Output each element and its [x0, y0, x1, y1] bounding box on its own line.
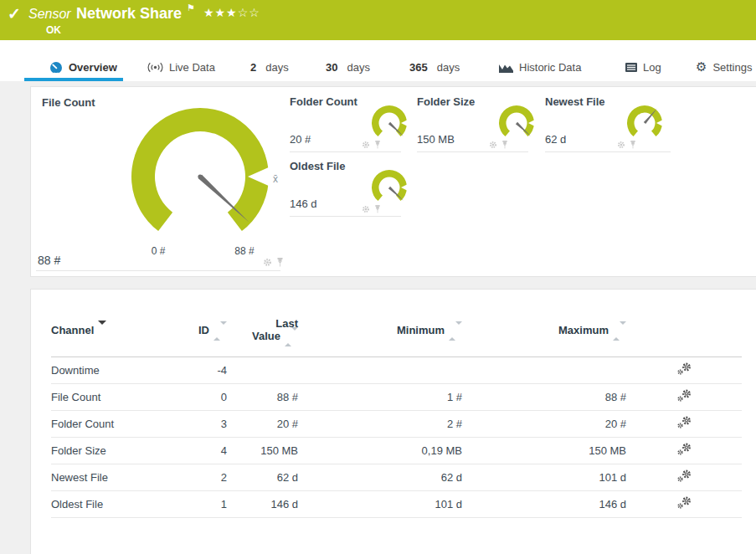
- channel-id: -4: [177, 357, 227, 383]
- channel-last-value: 146 d: [227, 490, 298, 517]
- channel-maximum: 20 #: [462, 410, 626, 437]
- channel-minimum: [298, 357, 462, 383]
- tab-bar: Overview Live Data 2 days 30 days 365 da…: [0, 40, 756, 81]
- channel-maximum: 146 d: [462, 490, 626, 517]
- sort-icon: [455, 321, 462, 337]
- gauge-icon: [49, 61, 63, 74]
- channel-name: File Count: [51, 383, 177, 410]
- sort-icon: [213, 325, 220, 341]
- gauge-pin-icon[interactable]: [374, 141, 381, 149]
- channel-settings-gears-icon[interactable]: [677, 443, 692, 458]
- gauge-title: Folder Count: [290, 95, 357, 108]
- channel-minimum: 101 d: [298, 490, 462, 517]
- tab-30-days-label: days: [347, 61, 369, 74]
- channel-settings-gears-icon[interactable]: [677, 469, 692, 485]
- channel-minimum: 0,19 MB: [298, 437, 462, 464]
- gauge-pin-icon[interactable]: [630, 141, 636, 149]
- channel-settings-gears-icon[interactable]: [677, 389, 692, 404]
- channel-id: 0: [177, 383, 227, 410]
- channel-name: Folder Count: [51, 410, 177, 437]
- cell-divider: [290, 216, 401, 217]
- channel-name: Oldest File: [51, 490, 177, 517]
- historic-chart-icon: [499, 63, 513, 73]
- folder-count-gauge: [368, 101, 411, 145]
- newest-file-gauge-cell: Newest File 62 d: [545, 94, 681, 154]
- channel-name: Downtime: [51, 357, 177, 383]
- live-data-icon: [147, 62, 163, 73]
- channel-maximum: 88 #: [462, 383, 626, 410]
- channels-table-panel: Channel ID Last Value Minimum Maximum: [30, 289, 756, 554]
- column-header-last-label: Last: [227, 317, 298, 330]
- column-header-minimum[interactable]: Minimum: [298, 290, 462, 357]
- gauge-pin-icon[interactable]: [374, 205, 381, 213]
- channel-last-value: 62 d: [227, 464, 298, 490]
- folder-count-gauge-cell: Folder Count 20 #: [290, 94, 425, 154]
- mean-marker-label: x̄: [273, 173, 278, 185]
- channel-last-value: 20 #: [227, 410, 298, 437]
- status-badge: OK: [46, 24, 61, 36]
- table-row: Folder Count 3 20 # 2 # 20 #: [51, 410, 742, 437]
- settings-gear-icon: ⚙: [696, 61, 707, 74]
- table-row: Newest File 2 62 d 62 d 101 d: [51, 464, 742, 490]
- priority-stars[interactable]: ★★★☆☆: [203, 6, 260, 19]
- column-header-last-value[interactable]: Last Value: [227, 290, 298, 357]
- tab-2-days[interactable]: 2 days: [245, 54, 294, 81]
- channel-last-value: 150 MB: [227, 437, 298, 464]
- column-header-value-label: Value: [252, 330, 280, 342]
- channel-last-value: [227, 357, 298, 383]
- gauge-settings-gear-icon[interactable]: [362, 205, 370, 213]
- oldest-file-gauge: [368, 166, 411, 209]
- channel-name: Folder Size: [51, 437, 177, 464]
- gauge-pin-icon[interactable]: [276, 258, 284, 267]
- primary-gauge-title: File Count: [42, 96, 95, 109]
- channel-id: 4: [177, 437, 227, 464]
- gauge-pin-icon[interactable]: [501, 141, 508, 149]
- tab-log-label: Log: [643, 61, 661, 74]
- sensor-status-header: ✓ Sensor Network Share ⚑ ★★★☆☆ OK: [0, 0, 756, 40]
- table-header-row: Channel ID Last Value Minimum Maximum: [51, 290, 742, 357]
- sort-desc-icon: [98, 321, 106, 337]
- tab-30-days[interactable]: 30 days: [321, 54, 375, 81]
- gauge-scale-max: 88 #: [226, 245, 263, 257]
- sort-icon: [220, 321, 227, 337]
- tab-historic-data[interactable]: Historic Data: [494, 54, 586, 81]
- gauge-settings-gear-icon[interactable]: [263, 258, 272, 267]
- tab-365-days[interactable]: 365 days: [404, 54, 465, 81]
- file-count-gauge: [116, 93, 284, 260]
- column-header-maximum-label: Maximum: [558, 324, 609, 336]
- column-header-channel[interactable]: Channel: [51, 290, 177, 357]
- channel-minimum: 62 d: [298, 464, 462, 490]
- channel-maximum: 101 d: [462, 464, 626, 490]
- cell-divider: [36, 270, 280, 271]
- cell-divider: [545, 151, 671, 152]
- table-row: Oldest File 1 146 d 101 d 146 d: [51, 490, 742, 517]
- tab-30-days-number: 30: [326, 61, 337, 74]
- channel-id: 3: [177, 410, 227, 437]
- log-list-icon: [625, 63, 637, 72]
- priority-flag-icon[interactable]: ⚑: [187, 3, 195, 13]
- channel-maximum: 150 MB: [462, 437, 626, 464]
- column-header-maximum[interactable]: Maximum: [462, 290, 626, 357]
- primary-gauge-value: 88 #: [38, 254, 60, 267]
- channels-table: Channel ID Last Value Minimum Maximum: [51, 290, 742, 518]
- table-row: Downtime -4: [51, 357, 742, 383]
- tab-settings[interactable]: ⚙ Settings: [691, 54, 756, 81]
- gauge-settings-gear-icon[interactable]: [362, 141, 370, 149]
- gauge-scale-min: 0 #: [148, 245, 168, 257]
- channel-settings-gears-icon[interactable]: [677, 362, 692, 377]
- channel-minimum: 2 #: [298, 410, 462, 437]
- gauge-settings-gear-icon[interactable]: [489, 141, 497, 149]
- sort-icon: [613, 325, 620, 341]
- tab-overview[interactable]: Overview: [24, 54, 123, 81]
- gauge-settings-gear-icon[interactable]: [617, 141, 625, 149]
- channel-settings-gears-icon[interactable]: [677, 496, 692, 511]
- channel-settings-gears-icon[interactable]: [677, 416, 692, 431]
- tab-log[interactable]: Log: [620, 54, 666, 81]
- column-header-minimum-label: Minimum: [397, 324, 445, 336]
- tab-365-days-number: 365: [409, 61, 428, 74]
- column-header-id[interactable]: ID: [177, 290, 227, 357]
- tab-live-data[interactable]: Live Data: [142, 54, 220, 81]
- status-ok-check-icon: ✓: [8, 4, 21, 23]
- object-kind-label: Sensor: [28, 7, 71, 22]
- column-header-channel-label: Channel: [51, 324, 94, 336]
